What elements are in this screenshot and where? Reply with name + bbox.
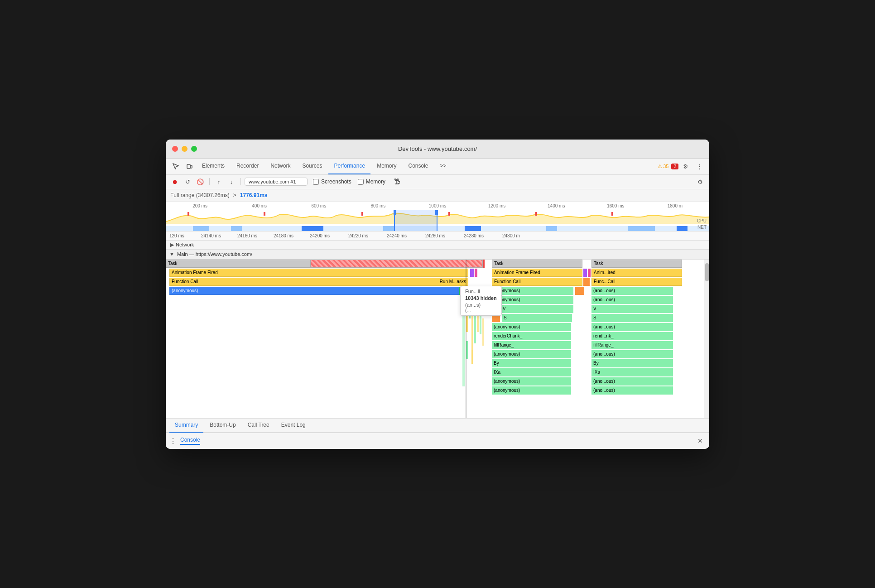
- task-block-striped[interactable]: [311, 260, 483, 268]
- cpu-label: CPU: [697, 218, 707, 223]
- gear-button[interactable]: ⚙: [695, 176, 706, 187]
- tab-bottom-up[interactable]: Bottom-Up: [204, 418, 241, 433]
- small-purple-r: [583, 269, 587, 277]
- right-scrollbar[interactable]: [704, 260, 709, 418]
- tick-8: 24260 ms: [425, 233, 464, 238]
- main-section: ▼ Main — https://www.youtube.com/ Task T…: [166, 250, 709, 418]
- url-select[interactable]: www.youtube.com #1: [245, 178, 308, 186]
- tab-console[interactable]: Console: [403, 158, 433, 174]
- selection-handle-left[interactable]: [394, 210, 396, 215]
- anonymous-block-selected[interactable]: (anonymous): [169, 287, 459, 295]
- tab-more[interactable]: >>: [435, 158, 452, 174]
- animation-row: Animation Frame Fired Animation Frame Fi…: [166, 269, 709, 277]
- net-bar: [231, 226, 242, 231]
- record-button[interactable]: ⏺: [169, 176, 180, 187]
- ixa-far[interactable]: IXa: [591, 368, 673, 376]
- devtools-nav: Elements Recorder Network Sources Perfor…: [166, 159, 709, 175]
- task-block-far-right[interactable]: Task: [591, 260, 682, 268]
- scrollbar-thumb[interactable]: [705, 263, 709, 281]
- more-options-button[interactable]: ⋮: [693, 160, 706, 173]
- console-tab[interactable]: Console: [180, 437, 200, 445]
- anon-row11-far[interactable]: (ano...ous): [591, 350, 673, 358]
- tab-performance[interactable]: Performance: [328, 158, 370, 174]
- tab-event-log[interactable]: Event Log: [276, 418, 311, 433]
- function-row: Function Call Run M...asks Function Call…: [166, 278, 709, 286]
- flame-chart[interactable]: Task Task Task Animation Frame Fired Ani…: [166, 260, 709, 418]
- screenshots-input[interactable]: [313, 179, 319, 185]
- tooltip-hidden-count: 10343 hidden: [465, 294, 497, 302]
- device-toolbar-button[interactable]: [183, 160, 196, 173]
- tab-recorder[interactable]: Recorder: [231, 158, 264, 174]
- tab-summary[interactable]: Summary: [169, 418, 203, 433]
- anon-row15-right[interactable]: (anonymous): [492, 386, 571, 395]
- tick-2: 24140 ms: [201, 233, 237, 238]
- main-expand-button[interactable]: ▼: [169, 251, 174, 257]
- by-far[interactable]: By: [591, 359, 673, 367]
- close-button[interactable]: [172, 146, 178, 152]
- console-menu-button[interactable]: ⋮: [169, 437, 177, 445]
- function-block-right[interactable]: Function Call: [492, 278, 582, 286]
- tab-memory[interactable]: Memory: [371, 158, 402, 174]
- anon-right-2[interactable]: (anonymous): [492, 296, 573, 304]
- animation-block-right[interactable]: Animation Frame Fired: [492, 269, 582, 277]
- anon-row14-far[interactable]: (ano...ous): [591, 377, 673, 386]
- fill-right[interactable]: fillRange_: [492, 341, 571, 349]
- timeline-canvas[interactable]: CPU NET: [166, 210, 709, 231]
- network-expand-button[interactable]: ▶: [170, 242, 174, 248]
- animation-block-far[interactable]: Anim...ired: [591, 269, 682, 277]
- task-block-right[interactable]: Task: [492, 260, 582, 268]
- ruler-mark-5: 1000 ms: [408, 203, 467, 208]
- by-right[interactable]: By: [492, 359, 571, 367]
- ixa-right[interactable]: IXa: [492, 368, 571, 376]
- small-purple: [470, 269, 474, 277]
- performance-toolbar: ⏺ ↺ 🚫 ↑ ↓ www.youtube.com #1 Screenshots…: [166, 175, 709, 189]
- net-bar: [677, 226, 688, 231]
- task-block-left[interactable]: Task: [166, 260, 311, 268]
- memory-checkbox[interactable]: Memory: [358, 178, 385, 185]
- function-block-left[interactable]: Function Call Run M...asks: [169, 278, 468, 286]
- tab-sources[interactable]: Sources: [297, 158, 327, 174]
- clear-button[interactable]: 🚫: [195, 176, 206, 187]
- s-block-far[interactable]: S: [591, 314, 673, 322]
- full-range-label: Full range (34307.26ms): [170, 192, 230, 198]
- console-close-button[interactable]: ✕: [695, 435, 706, 446]
- anon-row8-right[interactable]: (anonymous): [492, 323, 571, 331]
- memory-icon-button[interactable]: 🗜: [392, 176, 403, 187]
- ruler-ticks: 120 ms 24140 ms 24160 ms 24180 ms 24200 …: [169, 233, 706, 238]
- upload-button[interactable]: ↑: [213, 176, 224, 187]
- anon-right-1[interactable]: (anonymous): [492, 287, 573, 295]
- devtools-window: DevTools - www.youtube.com/ Elements Rec…: [166, 140, 709, 449]
- v-block-right[interactable]: (... V: [492, 305, 573, 313]
- tab-call-tree[interactable]: Call Tree: [242, 418, 275, 433]
- ruler-mark-3: 600 ms: [289, 203, 348, 208]
- anon-row8-far[interactable]: (ano...ous): [591, 323, 673, 331]
- selection-handle-right[interactable]: [435, 210, 438, 215]
- inspect-element-button[interactable]: [169, 160, 182, 173]
- v-block-far[interactable]: V: [591, 305, 673, 313]
- anon-far-2[interactable]: (ano...ous): [591, 296, 673, 304]
- main-section-label: Main — https://www.youtube.com/: [177, 251, 252, 257]
- anon-row14-right[interactable]: (anonymous): [492, 377, 571, 386]
- tab-elements[interactable]: Elements: [197, 158, 230, 174]
- maximize-button[interactable]: [191, 146, 197, 152]
- render-right[interactable]: renderChunk_: [492, 332, 571, 340]
- screenshots-checkbox[interactable]: Screenshots: [313, 178, 351, 185]
- ruler-mark-2: 400 ms: [230, 203, 289, 208]
- s-block-right[interactable]: S: [502, 314, 572, 322]
- render-far[interactable]: rend...nk_: [591, 332, 673, 340]
- anon-row15-far[interactable]: (ano...ous): [591, 386, 673, 395]
- function-block-far[interactable]: Func...Call: [591, 278, 682, 286]
- download-button[interactable]: ↓: [226, 176, 237, 187]
- fill-far[interactable]: fillRange_: [591, 341, 673, 349]
- memory-input[interactable]: [358, 179, 364, 185]
- tick-1: 120 ms: [169, 233, 201, 238]
- refresh-button[interactable]: ↺: [182, 176, 193, 187]
- selection-overlay[interactable]: [394, 210, 438, 231]
- anon-row11-right[interactable]: (anonymous): [492, 350, 571, 358]
- settings-button[interactable]: ⚙: [679, 160, 692, 173]
- anon-far-1[interactable]: (ano...ous): [591, 287, 673, 295]
- animation-block-left[interactable]: Animation Frame Fired: [169, 269, 468, 277]
- minimize-button[interactable]: [182, 146, 188, 152]
- timeline-overview[interactable]: 200 ms 400 ms 600 ms 800 ms 1000 ms 1200…: [166, 202, 709, 231]
- tab-network[interactable]: Network: [265, 158, 296, 174]
